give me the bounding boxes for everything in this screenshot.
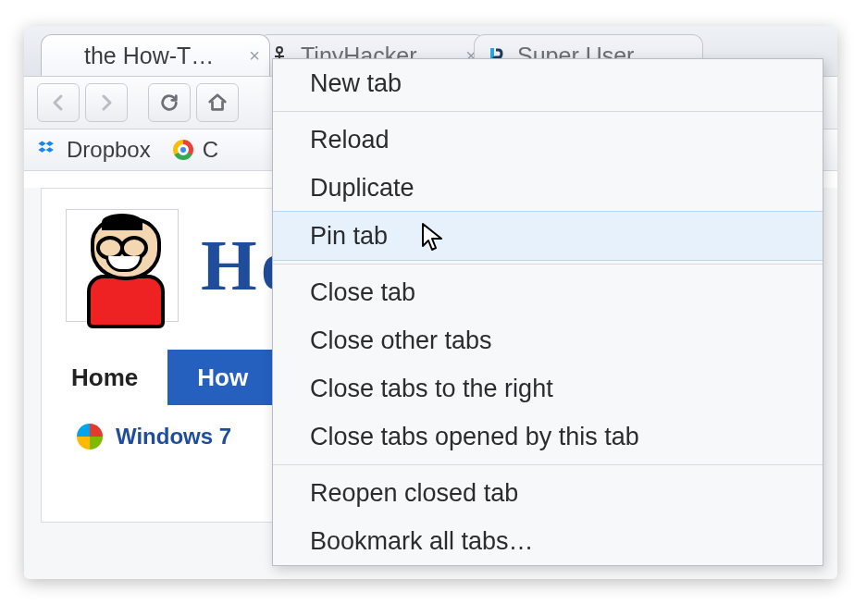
svg-point-0: [277, 47, 282, 53]
bookmark-chrome[interactable]: C: [173, 137, 218, 163]
context-menu-item[interactable]: Bookmark all tabs…: [273, 517, 823, 565]
dropbox-icon: [37, 140, 57, 160]
context-menu-item[interactable]: New tab: [273, 59, 823, 107]
nav-label: Home: [71, 363, 138, 392]
reload-button[interactable]: [148, 83, 191, 122]
chrome-icon: [173, 140, 193, 160]
context-menu-item[interactable]: Close other tabs: [273, 316, 823, 364]
context-menu-item[interactable]: Duplicate: [273, 164, 823, 212]
geek-mascot-icon: [78, 217, 167, 321]
context-menu-item[interactable]: Close tabs to the right: [273, 364, 823, 413]
favicon-howtogeek: [53, 45, 73, 66]
context-menu-item[interactable]: Reload: [273, 116, 823, 164]
tab-close-icon[interactable]: ×: [249, 45, 260, 67]
bookmark-label: Dropbox: [67, 137, 151, 163]
context-menu-item[interactable]: Pin tab: [273, 211, 823, 261]
tab-howto-geek[interactable]: the How-T… ×: [41, 34, 270, 76]
back-button[interactable]: [37, 83, 80, 122]
subnav-link[interactable]: Windows 7: [116, 424, 231, 450]
nav-howto[interactable]: How: [167, 350, 278, 405]
site-logo: [66, 209, 179, 322]
context-menu-item[interactable]: Reopen closed tab: [273, 469, 823, 517]
context-menu-item[interactable]: Close tab: [273, 268, 823, 316]
bookmark-dropbox[interactable]: Dropbox: [37, 137, 151, 163]
tab-context-menu: New tabReloadDuplicatePin tabClose tabCl…: [272, 58, 823, 566]
home-button[interactable]: [196, 83, 239, 122]
windows7-icon: [77, 424, 103, 450]
forward-button[interactable]: [85, 83, 128, 122]
tab-title: the How-T…: [84, 43, 214, 69]
nav-label: How: [197, 363, 248, 392]
bookmark-label: C: [203, 137, 218, 163]
nav-home[interactable]: Home: [42, 350, 167, 405]
context-menu-item[interactable]: Close tabs opened by this tab: [273, 413, 823, 461]
